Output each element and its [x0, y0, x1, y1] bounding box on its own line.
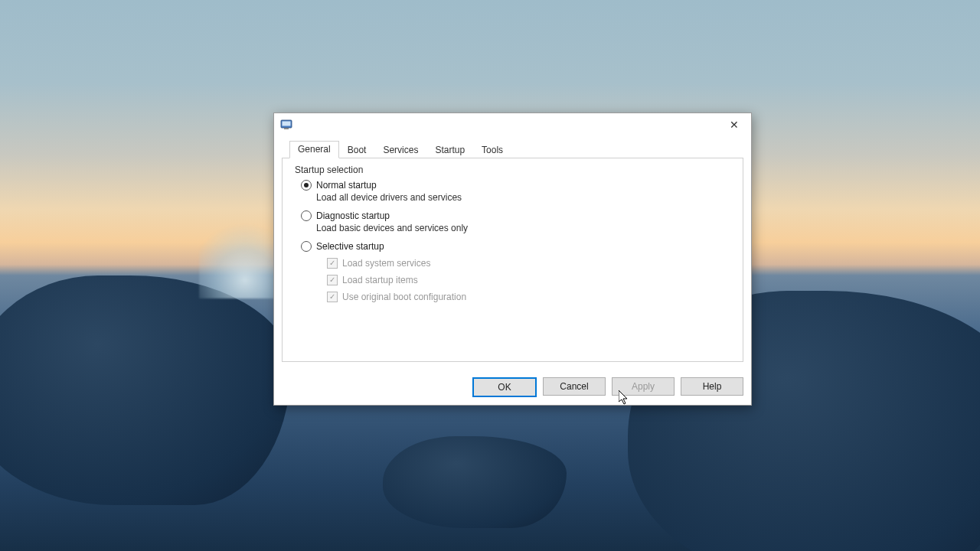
checkbox-icon [327, 292, 338, 302]
radio-label: Normal startup [316, 180, 377, 191]
radio-icon [301, 241, 312, 252]
checkbox-label: Load system services [342, 258, 430, 269]
radio-icon [301, 210, 312, 221]
fieldset-title: Startup selection [295, 165, 735, 175]
close-icon: ✕ [730, 119, 739, 130]
radio-label: Selective startup [316, 241, 384, 252]
titlebar[interactable]: ✕ [274, 113, 751, 136]
close-button[interactable]: ✕ [717, 113, 751, 136]
svg-rect-1 [283, 122, 291, 126]
checkbox-icon [327, 275, 338, 285]
decor-rock [383, 436, 567, 528]
radio-desc-diagnostic: Load basic devices and services only [316, 223, 735, 233]
radio-label: Diagnostic startup [316, 210, 390, 221]
radio-diagnostic-startup[interactable]: Diagnostic startup [301, 210, 735, 221]
tab-general[interactable]: General [289, 141, 339, 158]
radio-icon [301, 180, 312, 191]
cancel-button[interactable]: Cancel [543, 377, 606, 396]
radio-normal-startup[interactable]: Normal startup [301, 180, 735, 191]
svg-rect-2 [284, 128, 289, 129]
check-load-system-services: Load system services [327, 258, 735, 269]
tab-boot[interactable]: Boot [339, 142, 375, 158]
check-original-boot-config: Use original boot configuration [327, 292, 735, 302]
msconfig-dialog: ✕ General Boot Services Startup Tools St… [273, 112, 752, 406]
checkbox-label: Use original boot configuration [342, 292, 466, 302]
decor-rock [0, 276, 291, 505]
radio-selective-startup[interactable]: Selective startup [301, 241, 735, 252]
check-load-startup-items: Load startup items [327, 275, 735, 285]
desktop-background: ✕ General Boot Services Startup Tools St… [0, 0, 980, 551]
tab-startup[interactable]: Startup [426, 142, 473, 158]
system-config-icon [280, 119, 292, 131]
checkbox-label: Load startup items [342, 275, 418, 285]
general-panel: Startup selection Normal startup Load al… [282, 158, 743, 362]
dialog-buttons: OK Cancel Apply Help [472, 377, 743, 397]
checkbox-icon [327, 258, 338, 269]
ok-button[interactable]: OK [472, 377, 537, 397]
help-button[interactable]: Help [681, 377, 743, 396]
radio-desc-normal: Load all device drivers and services [316, 192, 735, 203]
tab-services[interactable]: Services [374, 142, 426, 158]
apply-button: Apply [612, 377, 675, 396]
tab-strip: General Boot Services Startup Tools [282, 141, 743, 158]
tab-tools[interactable]: Tools [473, 142, 511, 158]
